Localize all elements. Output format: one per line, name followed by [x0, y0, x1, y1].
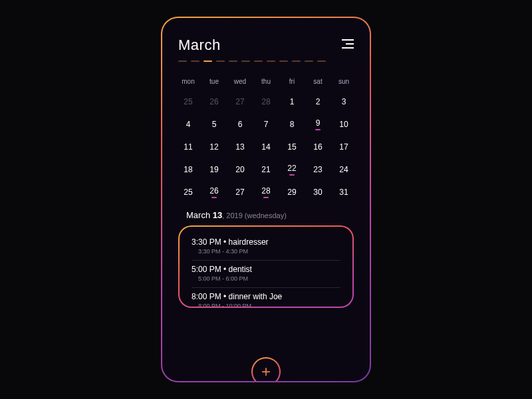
- week-row: 18192021222324: [178, 161, 354, 178]
- month-dash[interactable]: [216, 61, 225, 62]
- selected-year-dow: , 2019 (wednesday): [222, 211, 287, 219]
- calendar-day[interactable]: 27: [230, 93, 250, 110]
- event-range: 5:00 PM - 6:00 PM: [192, 275, 340, 282]
- day-header: sat: [308, 78, 328, 85]
- calendar-day[interactable]: 19: [204, 161, 224, 178]
- calendar-day[interactable]: 28: [256, 93, 276, 110]
- week-row: 25262728293031: [178, 184, 354, 201]
- month-dash[interactable]: [292, 61, 301, 62]
- calendar-day[interactable]: 15: [282, 138, 302, 156]
- add-event-button[interactable]: +: [251, 357, 281, 381]
- calendar-day[interactable]: 4: [178, 116, 198, 133]
- event-item[interactable]: 3:30 PM • hairdresser3:30 PM - 4:30 PM: [192, 233, 340, 261]
- week-row: 11121314151617: [178, 138, 354, 156]
- calendar-day[interactable]: 13: [230, 138, 250, 156]
- calendar-day[interactable]: 24: [334, 161, 354, 178]
- event-marker: [263, 197, 269, 198]
- calendar-day[interactable]: 16: [308, 138, 328, 156]
- month-block: March: [178, 37, 326, 62]
- events-card[interactable]: 3:30 PM • hairdresser3:30 PM - 4:30 PM5:…: [178, 225, 354, 308]
- calendar-day[interactable]: 25: [178, 184, 198, 201]
- week-row: 45678910: [178, 116, 354, 133]
- calendar-day[interactable]: 17: [334, 138, 354, 156]
- month-indicator-row: [178, 61, 326, 62]
- event-range: 3:30 PM - 4:30 PM: [192, 248, 340, 255]
- month-dash[interactable]: [267, 61, 275, 62]
- selected-month: March: [186, 210, 210, 220]
- calendar-grid: 2526272812345678910111213141516171819202…: [178, 93, 354, 201]
- calendar-day[interactable]: 6: [230, 116, 250, 133]
- calendar-day[interactable]: 23: [308, 161, 328, 178]
- calendar-day[interactable]: 12: [204, 138, 224, 156]
- top-bar: March: [178, 37, 354, 62]
- calendar-day[interactable]: 14: [256, 138, 276, 156]
- calendar-day[interactable]: 3: [334, 93, 354, 110]
- day-header: thu: [256, 78, 276, 85]
- event-range: 8:00 PM - 10:00 PM: [192, 303, 340, 308]
- calendar-day[interactable]: 28: [256, 184, 276, 201]
- calendar-day[interactable]: 26: [204, 184, 224, 201]
- month-dash[interactable]: [203, 61, 212, 62]
- calendar-day[interactable]: 25: [178, 93, 198, 110]
- event-item[interactable]: 8:00 PM • dinner with Joe8:00 PM - 10:00…: [192, 288, 340, 308]
- calendar-day[interactable]: 2: [308, 93, 328, 110]
- month-dash[interactable]: [191, 61, 200, 62]
- month-dash[interactable]: [279, 61, 288, 62]
- menu-button[interactable]: [342, 37, 354, 49]
- day-header: mon: [178, 78, 198, 85]
- month-dash[interactable]: [305, 61, 313, 62]
- month-dash[interactable]: [254, 61, 263, 62]
- calendar-day[interactable]: 8: [282, 116, 302, 133]
- week-row: 25262728123: [178, 93, 354, 110]
- month-title: March: [178, 37, 326, 54]
- calendar-day[interactable]: 20: [230, 161, 250, 178]
- calendar-day[interactable]: 11: [178, 138, 198, 156]
- calendar-day[interactable]: 21: [256, 161, 276, 178]
- screen: March montuewedthufrisatsun 252627281234…: [162, 18, 370, 381]
- calendar-day[interactable]: 9: [308, 116, 328, 133]
- day-header: sun: [334, 78, 354, 85]
- calendar-day[interactable]: 1: [282, 93, 302, 110]
- phone-frame: March montuewedthufrisatsun 252627281234…: [161, 17, 371, 382]
- event-title: 8:00 PM • dinner with Joe: [192, 292, 340, 301]
- event-item[interactable]: 5:00 PM • dentist5:00 PM - 6:00 PM: [192, 261, 340, 288]
- event-marker: [211, 197, 217, 198]
- day-headers: montuewedthufrisatsun: [178, 78, 354, 85]
- selected-day: 13: [213, 210, 222, 220]
- menu-icon: [342, 39, 354, 41]
- event-marker: [315, 129, 321, 130]
- calendar-day[interactable]: 26: [204, 93, 224, 110]
- calendar-day[interactable]: 10: [334, 116, 354, 133]
- calendar-day[interactable]: 30: [308, 184, 328, 201]
- selected-day-panel: March 13, 2019 (wednesday) 3:30 PM • hai…: [178, 210, 354, 308]
- calendar-day[interactable]: 18: [178, 161, 198, 178]
- day-header: wed: [230, 78, 250, 85]
- plus-icon: +: [261, 362, 271, 381]
- event-title: 5:00 PM • dentist: [192, 265, 340, 274]
- calendar-day[interactable]: 29: [282, 184, 302, 201]
- selected-date-label: March 13, 2019 (wednesday): [178, 210, 354, 220]
- event-marker: [289, 174, 295, 176]
- day-header: fri: [282, 78, 302, 85]
- calendar-day[interactable]: 5: [204, 116, 224, 133]
- event-title: 3:30 PM • hairdresser: [192, 237, 340, 247]
- month-dash[interactable]: [178, 61, 187, 62]
- month-dash[interactable]: [317, 61, 326, 62]
- calendar-day[interactable]: 7: [256, 116, 276, 133]
- calendar-day[interactable]: 27: [230, 184, 250, 201]
- day-header: tue: [204, 78, 224, 85]
- month-dash[interactable]: [229, 61, 237, 62]
- calendar-day[interactable]: 31: [334, 184, 354, 201]
- calendar-day[interactable]: 22: [282, 161, 302, 178]
- month-dash[interactable]: [241, 61, 250, 62]
